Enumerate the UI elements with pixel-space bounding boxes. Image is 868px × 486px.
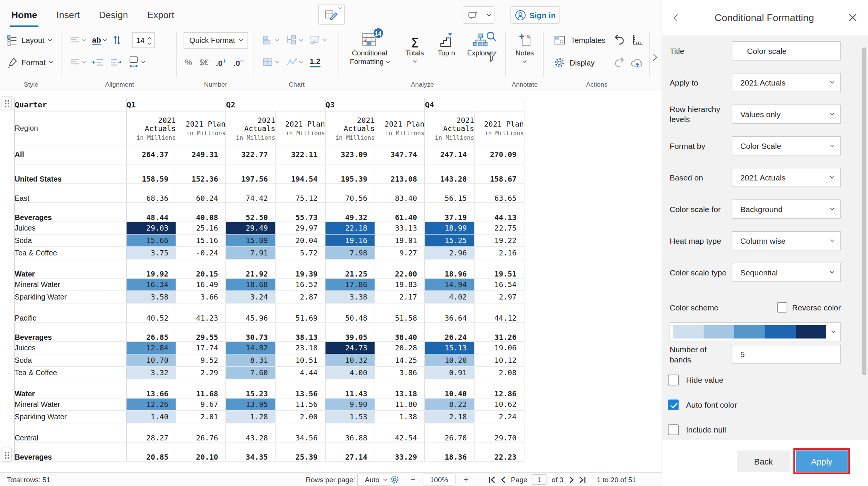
row-label[interactable]: All — [14, 145, 126, 164]
value-cell[interactable]: 7.98 — [325, 247, 375, 259]
apply-to-select[interactable]: 2021 Actuals — [732, 73, 841, 92]
currency-format-button[interactable]: $€ — [199, 58, 208, 67]
value-cell[interactable]: 347.74 — [375, 145, 425, 164]
totals-button[interactable]: Σ Totals — [401, 32, 428, 66]
value-cell[interactable]: 2.29 — [176, 367, 226, 379]
sign-in-button[interactable]: Sign in — [510, 6, 560, 24]
value-cell[interactable]: 16.52 — [275, 278, 325, 291]
zoom-level-box[interactable]: 100% — [423, 474, 455, 486]
value-cell[interactable]: 18.99 — [425, 222, 474, 234]
scrollbar-thumb[interactable] — [862, 47, 866, 375]
value-cell[interactable]: 33.13 — [375, 222, 425, 234]
row-label[interactable]: Beverages — [14, 203, 126, 222]
title-input[interactable]: Color scale — [732, 41, 841, 61]
value-cell[interactable]: 5.72 — [275, 247, 325, 259]
value-cell[interactable]: 25.39 — [275, 442, 325, 462]
value-cell[interactable]: 19.51 — [474, 259, 524, 278]
measure-header[interactable]: 2021 Actualsin Millions — [126, 111, 176, 145]
value-cell[interactable]: 24.73 — [325, 342, 375, 354]
value-cell[interactable]: 39.05 — [325, 322, 375, 342]
value-cell[interactable]: 7.60 — [226, 367, 275, 379]
value-cell[interactable]: 61.40 — [375, 203, 425, 222]
table-drag-handle-bottom[interactable] — [2, 448, 12, 462]
value-cell[interactable]: 3.58 — [126, 291, 176, 303]
value-cell[interactable]: 14.82 — [226, 342, 275, 354]
cloud-upload-icon[interactable] — [630, 57, 645, 69]
conditional-formatting-button[interactable]: 14 Conditional Formatting — [344, 32, 396, 66]
tab-export[interactable]: Export — [146, 4, 176, 28]
table-settings-gear[interactable] — [390, 473, 400, 486]
value-cell[interactable]: 2.01 — [176, 411, 226, 423]
value-cell[interactable]: 18.96 — [425, 259, 474, 278]
value-cell[interactable]: 13.56 — [275, 379, 325, 398]
first-page-button[interactable] — [488, 473, 496, 486]
value-cell[interactable]: 20.10 — [176, 442, 226, 462]
panel-scrollbar[interactable] — [862, 38, 866, 439]
value-cell[interactable]: 10.12 — [474, 354, 524, 367]
value-cell[interactable]: 19.39 — [275, 259, 325, 278]
value-cell[interactable]: 83.40 — [375, 183, 425, 203]
next-page-button[interactable] — [569, 473, 575, 486]
value-cell[interactable]: 19.16 — [325, 234, 375, 247]
search-icon[interactable] — [486, 31, 498, 43]
indent-increase-icon[interactable] — [110, 58, 122, 66]
value-cell[interactable]: 23.18 — [275, 342, 325, 354]
value-cell[interactable]: 56.15 — [425, 183, 474, 203]
value-cell[interactable]: 31.26 — [474, 322, 524, 342]
value-cell[interactable]: 29.49 — [226, 222, 275, 234]
tab-home[interactable]: Home — [10, 4, 38, 28]
value-cell[interactable]: 322.11 — [275, 145, 325, 164]
value-cell[interactable]: 22.23 — [474, 442, 524, 462]
value-cell[interactable]: 33.29 — [375, 442, 425, 462]
value-cell[interactable]: 38.40 — [375, 322, 425, 342]
value-cell[interactable]: 264.37 — [126, 145, 176, 164]
value-cell[interactable]: 74.42 — [226, 183, 275, 203]
value-cell[interactable]: 26.70 — [425, 423, 474, 442]
quarter-header-q1[interactable]: Q1 — [126, 98, 226, 111]
notes-button[interactable]: Notes — [509, 32, 541, 62]
panel-close-button[interactable] — [847, 11, 859, 24]
value-cell[interactable]: 55.73 — [275, 203, 325, 222]
comment-button[interactable] — [463, 6, 495, 24]
ruler-icon[interactable] — [631, 35, 644, 46]
value-cell[interactable]: 194.54 — [275, 164, 325, 183]
display-button[interactable]: Display — [554, 57, 594, 69]
value-cell[interactable]: 15.13 — [425, 342, 474, 354]
value-cell[interactable]: 2.97 — [474, 291, 524, 303]
value-cell[interactable]: 3.66 — [176, 291, 226, 303]
tab-design[interactable]: Design — [98, 4, 129, 28]
value-cell[interactable]: 3.38 — [325, 291, 375, 303]
value-cell[interactable]: 9.27 — [375, 247, 425, 259]
value-cell[interactable]: 48.44 — [126, 203, 176, 222]
value-cell[interactable]: 16.54 — [474, 278, 524, 291]
value-cell[interactable]: 7.91 — [226, 247, 275, 259]
value-cell[interactable]: 29.97 — [275, 222, 325, 234]
value-cell[interactable]: 8.22 — [425, 398, 474, 411]
wrap-text-button[interactable]: ab — [92, 36, 106, 45]
row-label[interactable]: Beverages — [14, 442, 126, 462]
value-cell[interactable]: 143.28 — [425, 164, 474, 183]
value-cell[interactable]: 1.38 — [375, 411, 425, 423]
value-cell[interactable]: 8.31 — [226, 354, 275, 367]
measure-header[interactable]: 2021 Planin Millions — [176, 111, 226, 145]
value-cell[interactable]: 270.09 — [474, 145, 524, 164]
value-cell[interactable]: 10.70 — [126, 354, 176, 367]
zoom-out-button[interactable]: − — [410, 473, 416, 486]
value-cell[interactable]: -0.24 — [176, 247, 226, 259]
value-cell[interactable]: 14.25 — [375, 354, 425, 367]
measure-header[interactable]: 2021 Planin Millions — [474, 111, 524, 145]
value-cell[interactable]: 249.31 — [176, 145, 226, 164]
value-cell[interactable]: 17.86 — [325, 278, 375, 291]
value-cell[interactable]: 10.51 — [275, 354, 325, 367]
value-cell[interactable]: 38.13 — [275, 322, 325, 342]
value-cell[interactable]: 11.56 — [275, 398, 325, 411]
value-cell[interactable]: 1.53 — [325, 411, 375, 423]
value-cell[interactable]: 29.55 — [176, 322, 226, 342]
value-cell[interactable]: 2.96 — [425, 247, 474, 259]
value-cell[interactable]: 26.85 — [126, 322, 176, 342]
value-cell[interactable]: 9.90 — [325, 398, 375, 411]
filter-icon[interactable] — [486, 51, 497, 62]
row-label[interactable]: Beverages — [14, 322, 126, 342]
value-cell[interactable]: 19.01 — [375, 234, 425, 247]
number-of-bands-input[interactable]: 5 — [732, 345, 841, 364]
